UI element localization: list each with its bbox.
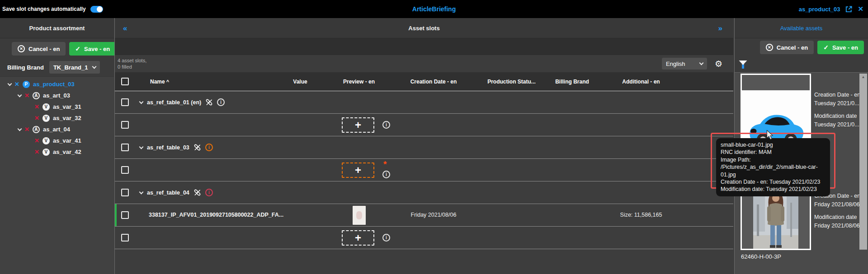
- info-icon[interactable]: i: [217, 98, 225, 106]
- tree-item-product[interactable]: ✕ P as_product_03: [0, 79, 114, 90]
- save-button[interactable]: ✓ Save - en: [817, 41, 864, 54]
- info-icon[interactable]: i: [382, 121, 390, 129]
- column-creation-date[interactable]: Creation Date - en: [386, 79, 481, 85]
- product-badge: P: [23, 81, 30, 88]
- top-bar: Save slot changes automatically ArticleB…: [0, 0, 868, 18]
- row-checkbox[interactable]: [121, 189, 129, 196]
- row-checkbox[interactable]: [121, 166, 129, 174]
- tree-item-label: as_art_04: [43, 126, 70, 133]
- cancel-x-icon: ✕: [18, 45, 25, 52]
- chevron-down-icon[interactable]: [18, 93, 22, 97]
- tree-item-article[interactable]: ✕ A as_art_03: [0, 90, 114, 101]
- tree-item-label: as_art_03: [43, 92, 70, 99]
- tree-item-variant[interactable]: ✕ V as_var_32: [0, 112, 114, 124]
- add-asset-button[interactable]: +: [342, 230, 374, 246]
- chevron-down-icon[interactable]: [139, 144, 144, 149]
- table-row-file[interactable]: 338137_IP_AFV01_20190927105800022_ADP_FA…: [115, 204, 733, 227]
- tooltip-creation: Creation Date - en: Tuesday 2021/02/23: [721, 178, 826, 186]
- row-checkbox[interactable]: [121, 234, 129, 241]
- billing-brand-label: Billing Brand: [7, 64, 44, 71]
- tree-item-label: as_var_31: [53, 103, 81, 110]
- product-link[interactable]: as_product_03: [799, 6, 840, 13]
- cancel-button[interactable]: ✕ Cancel - en: [12, 42, 66, 56]
- chevron-down-icon: [699, 61, 704, 65]
- column-name[interactable]: Name^: [150, 79, 169, 85]
- asset-slots-panel: « Asset slots » 4 asset slots, 0 filled …: [114, 18, 733, 274]
- unlink-icon[interactable]: [205, 98, 213, 106]
- tooltip-modification: Modification date: Tuesday 2021/02/23: [721, 186, 826, 193]
- row-checkbox[interactable]: [121, 211, 129, 219]
- open-external-icon[interactable]: [845, 5, 853, 13]
- tree-item-label: as_var_32: [53, 115, 81, 121]
- file-name: 338137_IP_AFV01_20190927105800022_ADP_FA…: [149, 212, 283, 218]
- table-row-slot: + i: [115, 227, 733, 249]
- language-value: English: [666, 60, 685, 67]
- table-row-group: as_ref_table_01 (en) i: [115, 91, 733, 114]
- cancel-button[interactable]: ✕ Cancel - en: [760, 41, 814, 54]
- column-value[interactable]: Value: [269, 79, 332, 85]
- slots-filled: 0 filled: [118, 64, 146, 70]
- file-preview-thumbnail[interactable]: [353, 206, 366, 225]
- column-billing-brand[interactable]: Billing Brand: [542, 79, 602, 85]
- tree-item-article[interactable]: ✕ A as_art_04: [0, 124, 114, 135]
- row-checkbox[interactable]: [121, 98, 129, 106]
- asset-tooltip: small-blue-car-01.jpg RNC identifier: MA…: [716, 138, 830, 196]
- tree-item-label: as_var_41: [53, 137, 81, 144]
- error-info-icon[interactable]: i: [205, 189, 213, 196]
- scrollbar[interactable]: ▲: [859, 74, 867, 250]
- remove-icon[interactable]: ✕: [24, 126, 29, 132]
- required-asterisk-icon: *: [383, 159, 387, 169]
- slots-count: 4 asset slots,: [118, 57, 146, 64]
- remove-icon[interactable]: ✕: [34, 138, 39, 144]
- save-label: Save - en: [84, 46, 110, 52]
- chevron-down-icon[interactable]: [139, 99, 144, 104]
- left-panel-title: Product assortment: [0, 18, 114, 38]
- chevron-down-icon[interactable]: [139, 190, 144, 194]
- available-assets-title: Available assets: [735, 18, 868, 38]
- tree-item-variant[interactable]: ✕ V as_var_42: [0, 146, 114, 158]
- asset-thumbnail-jacket: [753, 191, 798, 249]
- variant-badge: V: [42, 137, 50, 144]
- table-header-row: Name^ Value Preview - en Creation Date -…: [115, 72, 733, 91]
- billing-brand-select[interactable]: TK_Brand_1: [49, 61, 100, 74]
- row-checkbox[interactable]: [121, 121, 129, 129]
- add-asset-button[interactable]: +: [342, 117, 374, 133]
- remove-icon[interactable]: ✕: [24, 93, 29, 98]
- product-assortment-panel: Product assortment ✕ Cancel - en ✓ Save …: [0, 18, 114, 274]
- billing-brand-value: TK_Brand_1: [53, 64, 88, 71]
- collapse-right-icon[interactable]: »: [718, 18, 722, 38]
- save-button[interactable]: ✓ Save - en: [69, 42, 116, 56]
- language-select[interactable]: English: [662, 58, 707, 70]
- remove-icon[interactable]: ✕: [14, 81, 19, 87]
- scroll-up-icon[interactable]: ▲: [859, 74, 867, 79]
- asset-card-jacket[interactable]: [741, 190, 811, 250]
- remove-icon[interactable]: ✕: [34, 149, 39, 155]
- chevron-down-icon[interactable]: [18, 126, 22, 131]
- filter-icon[interactable]: [739, 60, 747, 69]
- column-preview[interactable]: Preview - en: [332, 79, 386, 85]
- info-icon[interactable]: i: [382, 171, 390, 178]
- slots-summary: 4 asset slots, 0 filled: [115, 57, 146, 70]
- add-asset-button[interactable]: +: [342, 163, 374, 178]
- column-additional[interactable]: Additional - en: [602, 79, 680, 85]
- tree-item-variant[interactable]: ✕ V as_var_31: [0, 101, 114, 112]
- column-production-status[interactable]: Production Statu...: [481, 79, 542, 85]
- app-title: ArticleBriefing: [0, 5, 868, 13]
- remove-icon[interactable]: ✕: [34, 104, 39, 110]
- close-icon[interactable]: ✕: [858, 5, 863, 13]
- info-icon[interactable]: i: [382, 234, 390, 241]
- select-all-checkbox[interactable]: [121, 78, 129, 85]
- app-window: Save slot changes automatically ArticleB…: [0, 0, 868, 274]
- unlink-icon[interactable]: [193, 144, 201, 151]
- chevron-down-icon[interactable]: [8, 81, 12, 86]
- article-badge: A: [33, 126, 40, 133]
- row-checkbox[interactable]: [121, 144, 129, 151]
- gear-icon[interactable]: ⚙: [715, 60, 722, 68]
- collapse-left-icon[interactable]: «: [123, 18, 127, 38]
- cancel-label: Cancel - en: [28, 46, 60, 52]
- unlink-icon[interactable]: [193, 189, 201, 196]
- warning-info-icon[interactable]: i: [205, 144, 213, 151]
- tree-item-variant[interactable]: ✕ V as_var_41: [0, 135, 114, 146]
- remove-icon[interactable]: ✕: [34, 115, 39, 121]
- variant-badge: V: [42, 149, 50, 156]
